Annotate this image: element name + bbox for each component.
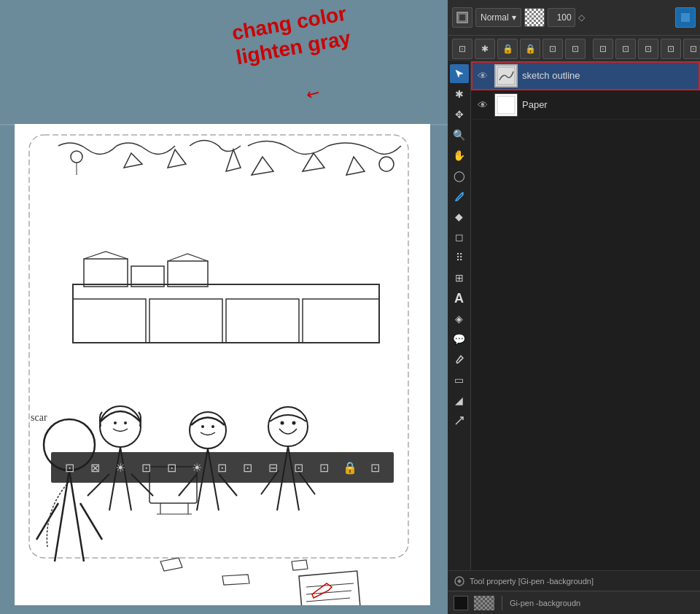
- canvas-tool-12[interactable]: 🔒: [340, 457, 360, 478]
- layer-mode-btn[interactable]: [452, 7, 472, 28]
- tool-eraser[interactable]: ◆: [450, 207, 469, 226]
- top-toolbar: Normal ▾ ◇: [448, 0, 700, 35]
- canvas-tool-10[interactable]: ⊡: [289, 457, 309, 478]
- svg-point-11: [100, 406, 141, 447]
- svg-point-18: [281, 421, 284, 425]
- tb2-2[interactable]: ✱: [475, 39, 495, 59]
- tool-hand[interactable]: ✋: [450, 146, 469, 165]
- layer-thumbnail-paper: [494, 93, 518, 117]
- tb2-3[interactable]: 🔒: [497, 39, 518, 59]
- svg-rect-25: [681, 13, 690, 22]
- svg-rect-10: [168, 261, 208, 287]
- tb2-1[interactable]: ⊡: [452, 39, 472, 59]
- tb2-8[interactable]: ⊡: [615, 39, 636, 59]
- svg-line-27: [456, 417, 463, 424]
- tool-cursor[interactable]: [450, 64, 469, 83]
- svg-point-16: [211, 425, 214, 428]
- tool-pattern[interactable]: ⠿: [450, 248, 469, 267]
- svg-point-19: [292, 421, 296, 425]
- tool-arrow[interactable]: [450, 411, 469, 430]
- blend-mode-dropdown[interactable]: Normal ▾: [475, 8, 521, 27]
- main-content: ✱ ✥ 🔍 ✋ ◯ ◆ ◻ ⠿ ⊞ A ◈ 💬 ▭ ◢: [448, 61, 700, 570]
- layer-item-paper[interactable]: 👁 Paper: [471, 90, 700, 120]
- tool-pencil[interactable]: ◻: [450, 228, 469, 246]
- svg-rect-6: [226, 299, 299, 343]
- tb2-9[interactable]: ⊡: [638, 39, 658, 59]
- svg-point-13: [124, 421, 127, 424]
- tool-property-icon: [454, 575, 465, 587]
- svg-point-17: [268, 407, 308, 446]
- status-separator: [502, 596, 502, 610]
- canvas-tool-7[interactable]: ⊡: [212, 457, 233, 478]
- canvas-bottom-toolbar: ⊡ ⊠ ☀ ⊡ ⊡ ☀ ⊡ ⊡ ⊟ ⊡ ⊡ 🔒 ⊡: [51, 452, 394, 483]
- canvas-tool-11[interactable]: ⊡: [314, 457, 335, 478]
- layer-item-sketch-outline[interactable]: 👁 sketch outline: [471, 61, 700, 90]
- opacity-input[interactable]: [548, 8, 575, 27]
- right-panel: Normal ▾ ◇ ⊡ ✱ 🔒 🔒 ⊡ ⊡ ⊡ ⊡ ⊡ ⊡ ⊡ ⊡ ⊡ 🗑: [448, 0, 700, 614]
- scar-label: scar: [31, 412, 47, 424]
- layers-panel: 👁 sketch outline 👁: [471, 61, 700, 570]
- background-color[interactable]: [474, 596, 494, 610]
- svg-rect-4: [73, 299, 146, 343]
- layers-list: 👁 sketch outline 👁: [471, 61, 700, 570]
- svg-point-15: [201, 425, 204, 428]
- canvas-tool-6[interactable]: ☀: [187, 457, 207, 478]
- canvas-tool-13[interactable]: ⊡: [365, 457, 386, 478]
- svg-rect-0: [29, 135, 408, 558]
- tool-rectangle[interactable]: ▭: [450, 370, 469, 389]
- tool-pen[interactable]: [450, 187, 469, 206]
- tb2-10[interactable]: ⊡: [661, 39, 681, 59]
- tool-triangle[interactable]: ◢: [450, 391, 469, 410]
- layer-visibility-paper[interactable]: 👁: [475, 98, 490, 112]
- tool-star[interactable]: ✱: [450, 85, 469, 104]
- second-toolbar: ⊡ ✱ 🔒 🔒 ⊡ ⊡ ⊡ ⊡ ⊡ ⊡ ⊡ ⊡ ⊡ 🗑: [448, 35, 700, 61]
- canvas-tool-1[interactable]: ⊡: [59, 457, 79, 478]
- tool-fill[interactable]: ⊞: [450, 268, 469, 287]
- svg-point-12: [114, 421, 117, 424]
- tool-eyedropper[interactable]: [450, 350, 469, 369]
- foreground-color[interactable]: [454, 596, 468, 610]
- layer-thumbnail-sketch: [494, 64, 518, 88]
- tb2-7[interactable]: ⊡: [593, 39, 613, 59]
- tool-gradient[interactable]: ◈: [450, 309, 469, 328]
- tool-sidebar: ✱ ✥ 🔍 ✋ ◯ ◆ ◻ ⠿ ⊞ A ◈ 💬 ▭ ◢: [448, 61, 471, 570]
- canvas-tool-8[interactable]: ⊡: [238, 457, 258, 478]
- svg-point-1: [71, 151, 82, 163]
- blend-mode-label: Normal: [481, 12, 509, 23]
- status-tool-label: Gi-pen -backgroudn: [510, 599, 580, 607]
- tb2-11[interactable]: ⊡: [683, 39, 700, 59]
- tb2-5[interactable]: ⊡: [542, 39, 563, 59]
- canvas-tool-9[interactable]: ⊟: [263, 457, 284, 478]
- tb2-6[interactable]: ⊡: [565, 39, 586, 59]
- annotation-arrow: ↙: [303, 82, 324, 105]
- annotation-text: chang color lighten gray: [230, 1, 352, 70]
- canvas-area: chang color lighten gray ↙: [0, 0, 448, 614]
- svg-rect-24: [459, 14, 466, 21]
- drawing-surface[interactable]: scar: [15, 124, 430, 605]
- layer-name-sketch: sketch outline: [522, 70, 696, 81]
- status-bar: Gi-pen -backgroudn: [448, 591, 700, 614]
- opacity-symbol: ◇: [578, 12, 585, 23]
- canvas-tool-4[interactable]: ⊡: [136, 457, 156, 478]
- tool-move[interactable]: ✥: [450, 105, 469, 124]
- canvas-tool-5[interactable]: ⊡: [161, 457, 182, 478]
- svg-rect-30: [496, 95, 516, 115]
- svg-rect-5: [149, 299, 222, 343]
- canvas-tool-2[interactable]: ⊠: [85, 457, 105, 478]
- canvas-tool-3[interactable]: ☀: [110, 457, 131, 478]
- tb2-4[interactable]: 🔒: [520, 39, 540, 59]
- svg-rect-8: [84, 259, 128, 287]
- layer-name-paper: Paper: [522, 99, 696, 110]
- tool-zoom[interactable]: 🔍: [450, 125, 469, 144]
- tool-select-circle[interactable]: ◯: [450, 166, 469, 185]
- tool-speech[interactable]: 💬: [450, 330, 469, 349]
- tool-property-label: Tool property [Gi-pen -backgroudn]: [470, 577, 594, 586]
- accent-btn[interactable]: [675, 7, 696, 28]
- layer-visibility-sketch[interactable]: 👁: [475, 69, 490, 83]
- dropdown-arrow: ▾: [512, 12, 516, 23]
- opacity-color-swatch[interactable]: [524, 8, 545, 27]
- svg-rect-9: [131, 266, 164, 287]
- svg-point-2: [379, 157, 394, 171]
- tool-text[interactable]: A: [450, 289, 469, 308]
- svg-rect-7: [303, 299, 379, 343]
